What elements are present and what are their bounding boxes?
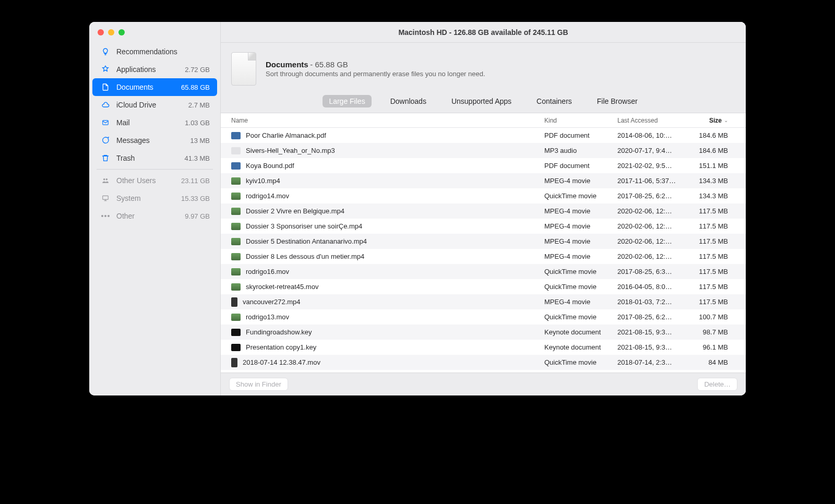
file-kind: MPEG-4 movie: [544, 177, 617, 185]
sidebar-item-size: 23.11 GB: [181, 177, 210, 185]
file-row[interactable]: Fundingroadshow.keyKeynote document2021-…: [221, 325, 746, 340]
sidebar-item-documents[interactable]: Documents65.88 GB: [92, 78, 217, 96]
file-kind: QuickTime movie: [544, 268, 617, 275]
file-size: 184.6 MB: [690, 131, 735, 139]
svg-point-1: [103, 178, 105, 181]
app-icon: [101, 65, 110, 74]
sidebar-item-system[interactable]: System15.33 GB: [92, 189, 217, 207]
file-kind: PDF document: [544, 131, 617, 139]
svg-point-2: [106, 178, 108, 181]
svg-point-4: [101, 215, 103, 217]
system-icon: [101, 194, 110, 203]
file-name: rodrigo16.mov: [246, 268, 289, 275]
sidebar-item-label: Other Users: [116, 176, 175, 185]
file-size: 98.7 MB: [690, 328, 735, 336]
file-row[interactable]: rodrigo16.movQuickTime movie2017-08-25, …: [221, 264, 746, 279]
file-last-accessed: 2014-08-06, 10:…: [617, 131, 690, 139]
users-icon: [101, 176, 110, 185]
svg-rect-3: [103, 196, 109, 199]
file-size: 117.5 MB: [690, 283, 735, 291]
sidebar-item-other[interactable]: Other9.97 GB: [92, 207, 217, 225]
file-name: Fundingroadshow.key: [246, 328, 312, 336]
file-thumbnail-icon: [231, 208, 241, 215]
file-row[interactable]: Presentation copy1.keyKeynote document20…: [221, 340, 746, 355]
file-kind: Keynote document: [544, 328, 617, 336]
file-row[interactable]: Dossier 8 Les dessous d'un metier.mp4MPE…: [221, 249, 746, 264]
tabs: Large FilesDownloadsUnsupported AppsCont…: [221, 91, 746, 113]
sidebar-item-label: Documents: [116, 83, 175, 91]
column-header-kind[interactable]: Kind: [544, 117, 617, 124]
msg-icon: [101, 136, 110, 145]
sidebar-item-icloud-drive[interactable]: iCloud Drive2.7 MB: [92, 96, 217, 114]
sidebar-item-label: Other: [116, 212, 178, 220]
svg-point-6: [108, 215, 110, 217]
file-row[interactable]: skyrocket-retreat45.movQuickTime movie20…: [221, 279, 746, 294]
sidebar-item-mail[interactable]: Mail1.03 GB: [92, 114, 217, 131]
sidebar-item-label: Trash: [116, 154, 178, 162]
sidebar-item-messages[interactable]: Messages13 MB: [92, 131, 217, 149]
file-row[interactable]: Dossier 2 Vivre en Belgique.mp4MPEG-4 mo…: [221, 203, 746, 219]
file-name: Presentation copy1.key: [246, 343, 316, 351]
file-row[interactable]: Koya Bound.pdfPDF document2021-02-02, 9:…: [221, 158, 746, 173]
main-panel: Macintosh HD - 126.88 GB available of 24…: [221, 22, 746, 395]
sidebar-item-size: 2.7 MB: [188, 101, 210, 109]
file-name: rodrigo14.mov: [246, 192, 289, 200]
delete-button[interactable]: Delete…: [697, 378, 737, 391]
file-row[interactable]: Poor Charlie Almanack.pdfPDF document201…: [221, 128, 746, 143]
sidebar-item-label: iCloud Drive: [116, 101, 182, 109]
file-name: Dossier 5 Destination Antananarivo.mp4: [246, 237, 367, 245]
window-controls: [98, 29, 125, 35]
file-row[interactable]: 2018-07-14 12.38.47.movQuickTime movie20…: [221, 355, 746, 370]
file-size: 134.3 MB: [690, 177, 735, 185]
file-size: 134.3 MB: [690, 192, 735, 200]
file-thumbnail-icon: [231, 297, 237, 307]
show-in-finder-button[interactable]: Show in Finder: [229, 378, 288, 391]
sidebar-item-recommendations[interactable]: Recommendations: [92, 43, 217, 61]
sidebar-item-size: 13 MB: [190, 137, 210, 145]
sidebar-item-size: 15.33 GB: [181, 195, 210, 202]
tab-downloads[interactable]: Downloads: [384, 95, 433, 107]
file-thumbnail-icon: [231, 358, 237, 367]
sidebar-item-applications[interactable]: Applications2.72 GB: [92, 61, 217, 78]
sidebar-item-trash[interactable]: Trash41.3 MB: [92, 149, 217, 167]
tab-containers[interactable]: Containers: [530, 95, 578, 107]
tab-large-files[interactable]: Large Files: [323, 95, 371, 107]
file-last-accessed: 2017-08-25, 6:2…: [617, 313, 690, 321]
file-thumbnail-icon: [231, 162, 241, 170]
category-subtitle: Sort through documents and permanently e…: [266, 70, 485, 78]
file-size: 117.5 MB: [690, 298, 735, 306]
file-row[interactable]: Dossier 5 Destination Antananarivo.mp4MP…: [221, 234, 746, 249]
close-window-button[interactable]: [98, 29, 104, 35]
file-kind: Keynote document: [544, 343, 617, 351]
file-name: kyiv10.mp4: [246, 177, 280, 185]
sidebar-item-label: Messages: [116, 136, 184, 145]
column-header-size[interactable]: Size ⌄: [690, 117, 735, 124]
sidebar-item-other-users[interactable]: Other Users23.11 GB: [92, 172, 217, 189]
file-name: Sivers-Hell_Yeah_or_No.mp3: [246, 147, 335, 154]
tab-file-browser[interactable]: File Browser: [591, 95, 644, 107]
file-kind: MPEG-4 movie: [544, 222, 617, 230]
file-row[interactable]: Sivers-Hell_Yeah_or_No.mp3MP3 audio2020-…: [221, 143, 746, 158]
column-header-name[interactable]: Name: [231, 117, 544, 124]
sidebar-item-size: 41.3 MB: [185, 154, 210, 162]
file-row[interactable]: rodrigo13.movQuickTime movie2017-08-25, …: [221, 309, 746, 325]
file-size: 184.6 MB: [690, 147, 735, 154]
file-row[interactable]: rodrigo14.movQuickTime movie2017-08-25, …: [221, 188, 746, 203]
maximize-window-button[interactable]: [118, 29, 125, 35]
file-row[interactable]: Dossier 3 Sponsoriser une soirÇe.mp4MPEG…: [221, 219, 746, 234]
file-list[interactable]: Poor Charlie Almanack.pdfPDF document201…: [221, 128, 746, 373]
file-name: Dossier 2 Vivre en Belgique.mp4: [246, 207, 344, 215]
file-row[interactable]: kyiv10.mp4MPEG-4 movie2017-11-06, 5:37…1…: [221, 173, 746, 188]
file-last-accessed: 2020-07-17, 9:4…: [617, 147, 690, 154]
bulb-icon: [101, 47, 110, 56]
file-row[interactable]: vancouver272.mp4MPEG-4 movie2018-01-03, …: [221, 294, 746, 309]
column-header-last-accessed[interactable]: Last Accessed: [617, 117, 690, 124]
file-last-accessed: 2017-11-06, 5:37…: [617, 177, 690, 185]
file-thumbnail-icon: [231, 223, 241, 230]
file-last-accessed: 2020-02-06, 12:…: [617, 253, 690, 260]
minimize-window-button[interactable]: [108, 29, 114, 35]
sidebar-item-size: 9.97 GB: [185, 212, 210, 220]
storage-management-window: RecommendationsApplications2.72 GBDocume…: [89, 22, 746, 395]
file-last-accessed: 2020-02-06, 12:…: [617, 222, 690, 230]
tab-unsupported-apps[interactable]: Unsupported Apps: [445, 95, 518, 107]
